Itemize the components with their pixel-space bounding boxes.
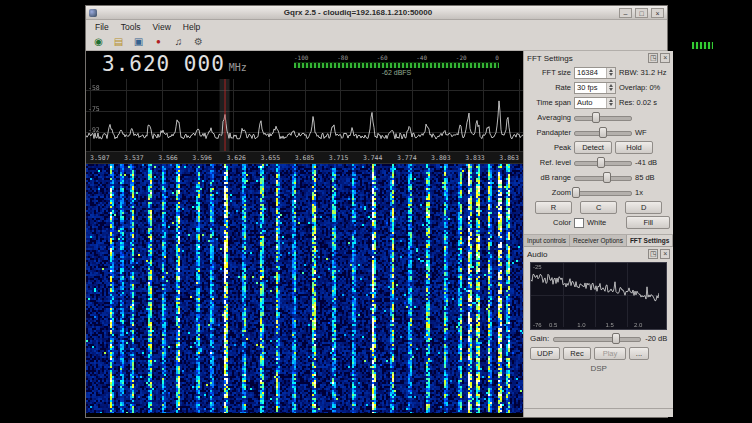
spinner-arrows-icon[interactable] (606, 98, 615, 108)
play-button[interactable]: Play (594, 347, 626, 360)
gain-value: -20 dB (645, 334, 667, 343)
slider-handle[interactable] (612, 333, 620, 344)
time-span-value[interactable]: Auto (575, 98, 606, 108)
settings-icon[interactable]: ⚙ (191, 36, 206, 49)
tab-fft-settings[interactable]: FFT Settings (627, 235, 673, 246)
color-row: Color White Fill (527, 216, 670, 229)
audio-buttons: UDP Rec Play ... (524, 344, 673, 360)
fft-size-spinbox[interactable]: 16384 (574, 67, 616, 79)
slider-handle[interactable] (597, 157, 605, 168)
meter-tick: 0 (495, 54, 499, 61)
freq-tick: 3.626 (226, 154, 246, 162)
fft-size-row: FFT size 16384 RBW: 31.2 Hz (527, 66, 670, 79)
peak-row: Peak Detect Hold (527, 141, 670, 154)
power-icon[interactable]: ◉ (91, 36, 106, 49)
peak-detect-button[interactable]: Detect (574, 141, 612, 154)
rate-row: Rate 30 fps Overlap: 0% (527, 81, 670, 94)
frequency-display[interactable]: 3.620 000MHz (102, 52, 247, 76)
overlap-value: Overlap: 0% (619, 83, 670, 92)
spinner-arrows-icon[interactable] (606, 68, 615, 78)
float-panel-icon[interactable]: ◳ (648, 53, 658, 63)
frequency-scale[interactable]: 3.507 3.537 3.566 3.596 3.626 3.655 3.68… (86, 151, 523, 164)
float-panel-icon[interactable]: ◳ (648, 249, 658, 259)
fill-button[interactable]: Fill (626, 216, 670, 229)
zoom-row: Zoom 1x (527, 186, 670, 199)
audio-x-ticks: 0.5 1.0 1.5 2.0 (549, 322, 642, 328)
udp-button[interactable]: UDP (530, 347, 560, 360)
menu-help[interactable]: Help (177, 21, 206, 33)
close-panel-icon[interactable]: × (660, 249, 670, 259)
zoom-value: 1x (635, 188, 670, 197)
toolbar: ◉ ▤ ▣ ● ♫ ⚙ (86, 34, 667, 51)
gain-slider[interactable] (553, 333, 641, 344)
freq-tick: 3.744 (363, 154, 383, 162)
record-iq-icon[interactable]: ● (151, 36, 166, 49)
rate-value[interactable]: 30 fps (575, 83, 606, 93)
color-label: Color (527, 218, 571, 227)
db-range-value: 85 dB (635, 173, 670, 182)
rate-spinbox[interactable]: 30 fps (574, 82, 616, 94)
tab-receiver-options[interactable]: Receiver Options (570, 235, 627, 246)
averaging-row: Averaging (527, 111, 670, 124)
meter-tick: -80 (337, 54, 348, 61)
spinner-arrows-icon[interactable] (606, 83, 615, 93)
ref-level-slider[interactable] (574, 157, 632, 168)
close-panel-icon[interactable]: × (660, 53, 670, 63)
db-axis-label: -58 (88, 84, 100, 92)
maximize-button[interactable]: □ (635, 8, 648, 18)
tab-input-controls[interactable]: Input controls (524, 235, 570, 246)
slider-handle[interactable] (599, 127, 607, 138)
freq-tick: 3.803 (431, 154, 451, 162)
fft-size-label: FFT size (527, 68, 571, 77)
db-range-slider[interactable] (574, 172, 632, 183)
averaging-label: Averaging (527, 113, 571, 122)
zoom-slider[interactable] (574, 187, 632, 198)
rate-label: Rate (527, 83, 571, 92)
peak-label: Peak (527, 143, 571, 152)
meter-tick: -20 (456, 54, 467, 61)
minimize-button[interactable]: – (619, 8, 632, 18)
freq-tick: 3.863 (499, 154, 519, 162)
audio-panel-title: Audio (527, 250, 646, 259)
main-content: 3.620 000MHz -100 -80 -60 -40 -20 0 -62 … (86, 51, 667, 417)
reset-button[interactable]: R (535, 201, 572, 214)
open-file-icon[interactable]: ▤ (111, 36, 126, 49)
spectrum-canvas[interactable] (86, 79, 523, 151)
white-checkbox[interactable] (574, 218, 584, 228)
peak-hold-button[interactable]: Hold (615, 141, 653, 154)
slider-handle[interactable] (603, 172, 611, 183)
averaging-slider[interactable] (574, 112, 632, 123)
save-file-icon[interactable]: ▣ (131, 36, 146, 49)
menu-file[interactable]: File (89, 21, 115, 33)
pandapter-wf-slider[interactable] (574, 127, 632, 138)
app-icon (89, 9, 97, 17)
more-button[interactable]: ... (629, 347, 649, 360)
menu-view[interactable]: View (147, 21, 177, 33)
rec-button[interactable]: Rec (563, 347, 591, 360)
pandapter-label: Pandapter (527, 128, 571, 137)
play-audio-icon[interactable]: ♫ (171, 36, 186, 49)
audio-x-tick: 1.0 (577, 322, 585, 328)
audio-y-min: -76 (533, 322, 542, 328)
frequency-digits[interactable]: 3.620 000 (102, 52, 225, 76)
spectrum-plot[interactable]: -58 -75 -92 (86, 79, 523, 151)
center-button[interactable]: C (580, 201, 617, 214)
waterfall[interactable] (86, 164, 523, 409)
time-span-spinbox[interactable]: Auto (574, 97, 616, 109)
fft-size-value[interactable]: 16384 (575, 68, 606, 78)
close-button[interactable]: × (651, 8, 664, 18)
fft-settings-form: FFT size 16384 RBW: 31.2 Hz Rate 30 fps … (524, 65, 673, 229)
frequency-row: 3.620 000MHz -100 -80 -60 -40 -20 0 -62 … (86, 51, 523, 79)
rcd-row: R C D (527, 201, 670, 214)
waterfall-canvas[interactable] (86, 164, 523, 413)
audio-panel-header[interactable]: Audio ◳ × (524, 247, 673, 261)
demod-button[interactable]: D (625, 201, 662, 214)
fft-panel-header[interactable]: FFT Settings ◳ × (524, 51, 673, 65)
title-bar[interactable]: Gqrx 2.5 - cloudiq=192.168.1.210:50000 –… (86, 6, 667, 20)
menu-tools[interactable]: Tools (115, 21, 147, 33)
status-bar (524, 408, 673, 417)
slider-handle[interactable] (592, 112, 600, 123)
audio-panel: Audio ◳ × -25 -76 0.5 1.0 1.5 2.0 (524, 247, 673, 409)
slider-handle[interactable] (572, 187, 580, 198)
time-span-row: Time span Auto Res: 0.02 s (527, 96, 670, 109)
